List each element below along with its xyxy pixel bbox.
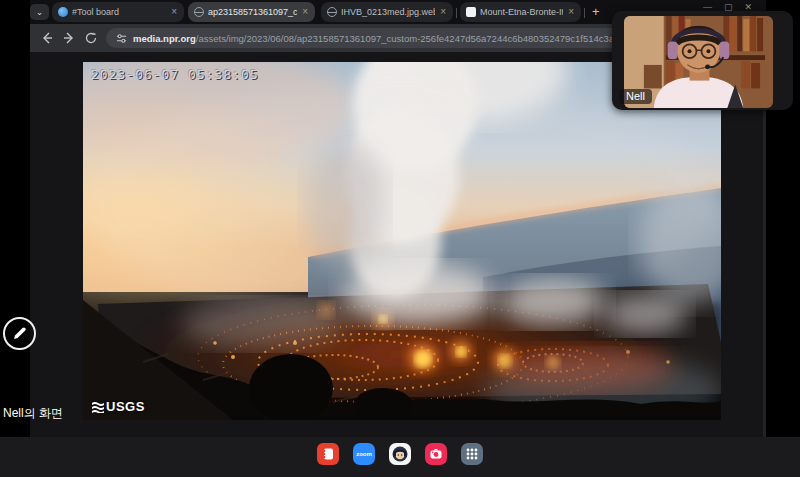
annotate-pencil-button[interactable] — [3, 317, 36, 350]
tab-label: Mount-Etna-Bronte-Italy.jpg ( — [480, 7, 563, 17]
dock-zoom-app-icon[interactable]: zoom — [353, 443, 375, 465]
zoom-wordmark: zoom — [356, 451, 372, 457]
tab-separator — [584, 8, 585, 18]
screen-share-label: Nell의 화면 — [3, 405, 63, 422]
reload-icon — [85, 32, 97, 44]
back-button[interactable] — [36, 27, 58, 49]
usgs-watermark: USGS — [91, 399, 145, 414]
reload-button[interactable] — [80, 27, 102, 49]
mascot-face-icon — [391, 445, 409, 463]
volcano-scene — [83, 62, 721, 420]
tab-label: #Tool board — [72, 7, 166, 17]
tab-label: IHVB_0213med.jpg.webp (1920 — [341, 7, 435, 17]
tab-close-icon[interactable]: × — [170, 7, 178, 17]
tab-close-icon[interactable]: × — [567, 7, 575, 17]
url-domain: media.npr.org — [133, 33, 196, 44]
site-settings-tune-icon[interactable] — [116, 33, 127, 44]
forward-button[interactable] — [58, 27, 80, 49]
usgs-watermark-text: USGS — [106, 399, 145, 414]
tab-ihvb-image[interactable]: IHVB_0213med.jpg.webp (1920 × — [321, 2, 453, 22]
tool-board-favicon-icon — [58, 7, 68, 17]
notebook-icon — [321, 447, 335, 461]
dock-apps-grid-icon[interactable] — [461, 443, 483, 465]
shared-screen: ⌄ #Tool board × ap23158571361097_custom-… — [0, 0, 800, 477]
forward-arrow-icon — [63, 32, 75, 44]
globe-favicon-icon — [327, 7, 337, 17]
dock-camera-app-icon[interactable] — [425, 443, 447, 465]
tab-separator — [456, 8, 457, 18]
photo-timestamp: 2023-06-07 05:38:05 — [91, 67, 259, 82]
camera-icon — [429, 447, 443, 461]
back-arrow-icon — [41, 32, 53, 44]
globe-favicon-icon — [194, 7, 204, 17]
chevron-down-icon: ⌄ — [36, 7, 44, 17]
tab-tool-board[interactable]: #Tool board × — [52, 2, 184, 22]
apps-grid-dots-icon — [465, 447, 479, 461]
dock-icons: zoom — [0, 443, 800, 465]
tab-etna-image[interactable]: Mount-Etna-Bronte-Italy.jpg ( × — [460, 2, 581, 22]
webcam-name-label: Nell — [619, 89, 652, 104]
dock-notes-app-icon[interactable] — [317, 443, 339, 465]
webcam-tile[interactable]: Nell — [612, 11, 793, 110]
dock-bar: zoom — [0, 437, 800, 477]
square-favicon-icon — [466, 7, 476, 17]
tab-close-icon[interactable]: × — [439, 7, 447, 17]
dock-mascot-app-icon[interactable] — [389, 443, 411, 465]
tab-label: ap23158571361097_custom-25 — [208, 7, 297, 17]
usgs-logo-icon — [91, 400, 104, 413]
tab-list-chevron-button[interactable]: ⌄ — [30, 4, 49, 20]
pencil-icon — [12, 326, 27, 341]
tab-npr-image[interactable]: ap23158571361097_custom-25 × — [188, 2, 315, 22]
new-tab-button[interactable]: + — [592, 4, 600, 19]
volcano-photo: 2023-06-07 05:38:05 USGS — [83, 62, 721, 420]
tab-close-icon[interactable]: × — [301, 7, 309, 17]
